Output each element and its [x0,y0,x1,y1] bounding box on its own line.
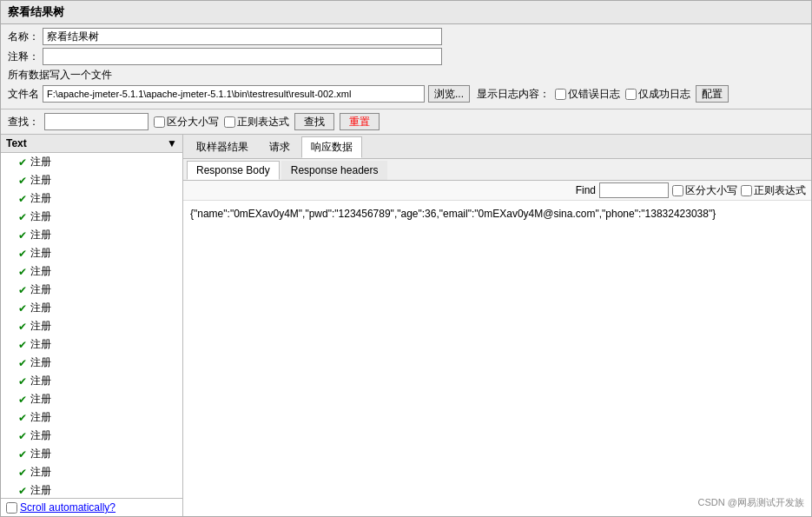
reset-button[interactable]: 重置 [340,113,380,130]
success-icon: ✔ [18,211,27,223]
list-item[interactable]: ✔注册 [1,463,182,481]
success-icon: ✔ [18,485,27,497]
success-icon: ✔ [18,266,27,278]
list-item[interactable]: ✔注册 [1,208,182,226]
main-tab-2[interactable]: 响应数据 [301,136,362,158]
success-icon: ✔ [18,175,27,187]
regex-label[interactable]: 正则表达式 [224,115,289,129]
list-item[interactable]: ✔注册 [1,153,182,171]
response-content: Find 区分大小写 正则表达式 {" [183,181,811,516]
error-log-checkbox-label[interactable]: 仅错误日志 [555,87,620,102]
list-item[interactable]: ✔注册 [1,427,182,445]
success-log-checkbox[interactable] [625,89,637,100]
item-label: 注册 [30,337,51,352]
list-item[interactable]: ✔注册 [1,335,182,354]
search-input[interactable] [44,113,149,130]
list-item[interactable]: ✔注册 [1,281,182,299]
list-item[interactable]: ✔注册 [1,408,182,427]
success-icon: ✔ [18,248,27,260]
list-item[interactable]: ✔注册 [1,354,182,372]
file-path-input[interactable] [43,85,425,103]
scroll-checkbox-label[interactable]: Scroll automatically? [6,501,116,514]
item-label: 注册 [30,410,51,425]
config-button[interactable]: 配置 [696,85,729,103]
dropdown-icon[interactable]: ▼ [167,137,177,149]
main-tab-0[interactable]: 取样器结果 [187,136,258,158]
find-case-label[interactable]: 区分大小写 [672,183,737,198]
error-log-checkbox[interactable] [555,89,566,100]
browse-button[interactable]: 浏览... [428,85,470,103]
comment-input[interactable] [43,48,442,65]
item-label: 注册 [30,428,51,443]
list-item[interactable]: ✔注册 [1,481,182,498]
item-label: 注册 [30,246,51,261]
list-item[interactable]: ✔注册 [1,372,182,390]
item-label: 注册 [30,465,51,480]
list-item[interactable]: ✔注册 [1,226,182,244]
success-icon: ✔ [18,229,27,242]
case-sensitive-text: 区分大小写 [167,115,219,129]
main-window: 察看结果树 名称： 注释： 所有数据写入一个文件 文件名 浏览... 显示日志内… [0,0,812,517]
find-regex-label[interactable]: 正则表达式 [741,183,806,198]
success-log-label: 仅成功日志 [638,87,690,102]
item-label: 注册 [30,392,51,407]
list-item[interactable]: ✔注册 [1,189,182,208]
list-item[interactable]: ✔注册 [1,317,182,335]
regex-checkbox[interactable] [224,116,235,128]
item-label: 注册 [30,355,51,370]
response-body: {"name":"0mEXav0y4M","pwd":"123456789","… [183,201,811,516]
sub-panel: Response BodyResponse headers Find 区分大小写 [183,159,811,516]
window-title: 察看结果树 [8,5,64,18]
find-regex-text: 正则表达式 [754,183,806,198]
find-regex-checkbox[interactable] [741,185,752,196]
left-panel-header: Text ▼ [1,135,182,153]
file-name-label: 文件名 [8,87,39,102]
list-item[interactable]: ✔注册 [1,299,182,317]
success-log-checkbox-label[interactable]: 仅成功日志 [625,87,690,102]
success-icon: ✔ [18,375,27,388]
search-button[interactable]: 查找 [294,113,334,130]
success-icon: ✔ [18,412,27,424]
sub-tabs: Response BodyResponse headers [183,159,811,181]
name-label: 名称： [8,30,43,44]
success-icon: ✔ [18,284,27,296]
list-item[interactable]: ✔注册 [1,171,182,189]
scroll-label: Scroll automatically? [20,501,116,514]
title-bar: 察看结果树 [1,1,811,24]
list-item[interactable]: ✔注册 [1,262,182,281]
list-item[interactable]: ✔注册 [1,390,182,408]
display-log-label: 显示日志内容： [477,87,550,102]
success-icon: ✔ [18,339,27,351]
item-label: 注册 [30,483,51,498]
find-input[interactable] [599,182,669,198]
case-sensitive-label[interactable]: 区分大小写 [154,115,219,129]
item-label: 注册 [30,191,51,206]
success-icon: ✔ [18,430,27,442]
sub-tab-0[interactable]: Response Body [187,161,280,180]
content-area: Text ▼ ✔注册✔注册✔注册✔注册✔注册✔注册✔注册✔注册✔注册✔注册✔注册… [1,135,811,516]
right-wrapper: 取样器结果请求响应数据 Response BodyResponse header… [183,135,811,516]
watermark: CSDN @网易测试开发族 [698,496,804,509]
main-tab-1[interactable]: 请求 [260,136,300,158]
item-label: 注册 [30,264,51,279]
left-panel: Text ▼ ✔注册✔注册✔注册✔注册✔注册✔注册✔注册✔注册✔注册✔注册✔注册… [1,135,183,516]
success-icon: ✔ [18,467,27,479]
item-label: 注册 [30,282,51,297]
success-icon: ✔ [18,357,27,369]
name-input[interactable] [43,28,442,45]
item-label: 注册 [30,209,51,224]
item-label: 注册 [30,319,51,334]
success-icon: ✔ [18,321,27,333]
item-label: 注册 [30,228,51,242]
find-case-checkbox[interactable] [672,185,683,196]
all-data-label: 所有数据写入一个文件 [8,68,112,83]
item-label: 注册 [30,301,51,315]
list-item[interactable]: ✔注册 [1,445,182,463]
success-icon: ✔ [18,302,27,315]
case-sensitive-checkbox[interactable] [154,116,165,128]
comment-label: 注释： [8,50,43,64]
list-item[interactable]: ✔注册 [1,244,182,262]
scroll-checkbox[interactable] [6,502,17,514]
left-panel-footer: Scroll automatically? [1,498,182,516]
sub-tab-1[interactable]: Response headers [281,161,388,180]
